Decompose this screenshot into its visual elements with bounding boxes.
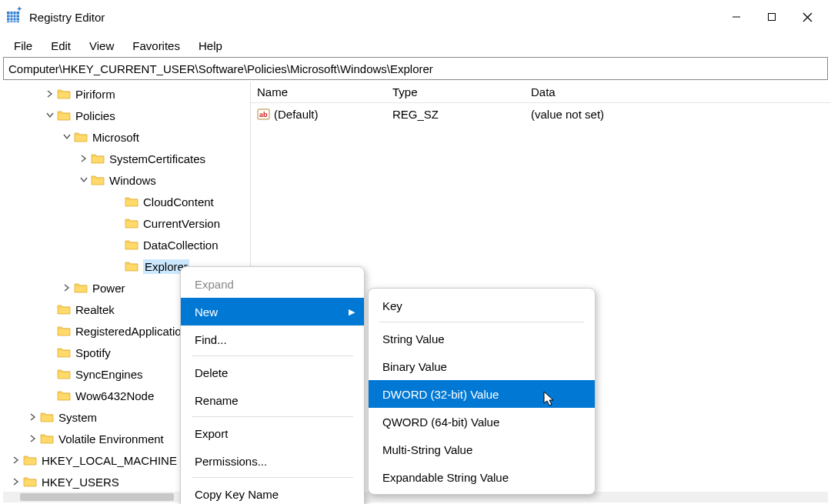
tree-item-label: Policies: [75, 109, 115, 122]
menu-item[interactable]: Binary Value: [369, 352, 595, 380]
chevron-right-icon[interactable]: [28, 412, 38, 422]
menu-item[interactable]: Key: [369, 292, 595, 319]
tree-item-label: SystemCertificates: [109, 152, 205, 165]
col-data[interactable]: Data: [525, 85, 831, 98]
menu-help[interactable]: Help: [189, 36, 232, 55]
menu-item-label: Rename: [195, 394, 239, 407]
chevron-right-icon[interactable]: [11, 455, 22, 466]
folder-icon: [57, 304, 71, 315]
menu-item[interactable]: String Value: [369, 325, 595, 352]
chevron-right-icon[interactable]: [28, 433, 38, 444]
menu-item-label: Key: [382, 299, 402, 312]
menu-separator: [192, 477, 353, 478]
tree-item-label: Microsoft: [92, 131, 139, 144]
folder-icon: [23, 455, 37, 466]
menu-item[interactable]: Permissions...: [181, 447, 364, 475]
menu-item-label: String Value: [382, 332, 445, 345]
tree-item-label: Power: [92, 282, 125, 295]
menu-item[interactable]: Multi-String Value: [369, 436, 595, 463]
tree-item[interactable]: SystemCertificates: [0, 148, 250, 169]
menu-item[interactable]: QWORD (64-bit) Value: [369, 408, 595, 436]
menu-item-label: Export: [195, 427, 228, 440]
app-icon: ✦: [6, 9, 22, 25]
menu-separator: [192, 355, 353, 356]
col-type[interactable]: Type: [386, 85, 525, 98]
folder-icon: [57, 369, 71, 379]
titlebar: ✦ Registry Editor: [0, 0, 831, 34]
tree-item-label: System: [58, 411, 97, 424]
folder-icon: [40, 433, 54, 444]
chevron-right-icon[interactable]: [78, 153, 89, 164]
menu-item[interactable]: Expandable String Value: [369, 463, 595, 491]
close-button[interactable]: [789, 3, 825, 31]
menu-item[interactable]: Rename: [181, 386, 364, 414]
folder-icon: [125, 239, 138, 250]
folder-icon: [40, 412, 54, 422]
chevron-down-icon[interactable]: [45, 110, 55, 121]
tree-item-label: CloudContent: [143, 195, 214, 209]
chevron-right-icon[interactable]: [11, 476, 22, 487]
menu-item-label: Permissions...: [195, 455, 267, 468]
tree-item[interactable]: CurrentVersion: [0, 212, 250, 234]
menu-item-label: Multi-String Value: [382, 443, 472, 456]
tree-item[interactable]: Windows: [0, 169, 250, 191]
menubar: File Edit View Favorites Help: [0, 34, 831, 57]
tree-item[interactable]: Piriform: [0, 83, 250, 105]
tree-item[interactable]: CloudContent: [0, 191, 250, 212]
value-type: REG_SZ: [386, 108, 525, 121]
col-name[interactable]: Name: [251, 85, 386, 98]
chevron-down-icon[interactable]: [62, 132, 72, 142]
chevron-right-icon[interactable]: [62, 282, 72, 293]
expander-none: [112, 239, 123, 250]
window-title: Registry Editor: [29, 11, 719, 24]
expander-none: [45, 390, 55, 401]
menu-item-label: Copy Key Name: [195, 488, 279, 501]
menu-item[interactable]: Export: [181, 419, 364, 447]
tree-item-label: HKEY_LOCAL_MACHINE: [42, 454, 177, 467]
tree-item[interactable]: Policies: [0, 105, 250, 126]
menu-item[interactable]: Copy Key Name: [181, 480, 364, 504]
folder-icon: [91, 153, 105, 164]
expander-none: [45, 369, 55, 379]
chevron-down-icon[interactable]: [78, 175, 89, 185]
expander-none: [45, 325, 55, 336]
menu-item-label: QWORD (64-bit) Value: [382, 416, 499, 429]
menu-item-label: Expandable String Value: [382, 471, 509, 484]
expander-none: [45, 347, 55, 358]
svg-text:ab: ab: [259, 111, 268, 118]
string-value-icon: ab: [257, 107, 271, 121]
folder-icon: [57, 325, 71, 336]
context-menu-key: ExpandNew▶Find...DeleteRenameExportPermi…: [180, 266, 365, 504]
chevron-right-icon[interactable]: [45, 88, 55, 99]
menu-item[interactable]: New▶: [181, 298, 364, 325]
tree-item-label: Spotify: [75, 346, 111, 359]
address-bar[interactable]: Computer\HKEY_CURRENT_USER\Software\Poli…: [3, 57, 828, 80]
menu-item[interactable]: Find...: [181, 325, 364, 353]
folder-icon: [74, 282, 88, 293]
expander-none: [112, 261, 123, 272]
folder-icon: [125, 196, 138, 207]
menu-item[interactable]: Delete: [181, 359, 364, 386]
scrollbar-thumb[interactable]: [20, 493, 174, 501]
tree-item-label: Realtek: [75, 303, 115, 316]
tree-item[interactable]: Microsoft: [0, 126, 250, 148]
maximize-button[interactable]: [754, 3, 789, 31]
menu-file[interactable]: File: [5, 36, 42, 55]
values-header: Name Type Data: [251, 82, 831, 103]
menu-item-label: New: [195, 305, 218, 319]
menu-item[interactable]: DWORD (32-bit) Value: [369, 380, 595, 408]
tree-item[interactable]: DataCollection: [0, 234, 250, 255]
value-name: (Default): [274, 108, 319, 121]
menu-item: Expand: [181, 270, 364, 298]
menu-separator: [192, 416, 353, 417]
tree-item-label: RegisteredApplications: [75, 325, 193, 338]
menu-view[interactable]: View: [80, 36, 123, 55]
minimize-button[interactable]: [719, 3, 754, 31]
tree-item-label: Windows: [109, 174, 156, 187]
folder-icon: [57, 88, 71, 99]
value-row[interactable]: ab (Default) REG_SZ (value not set): [251, 103, 831, 125]
menu-edit[interactable]: Edit: [42, 36, 80, 55]
tree-item-label: Piriform: [75, 88, 115, 101]
chevron-right-icon: ▶: [349, 307, 355, 317]
menu-favorites[interactable]: Favorites: [123, 36, 189, 55]
